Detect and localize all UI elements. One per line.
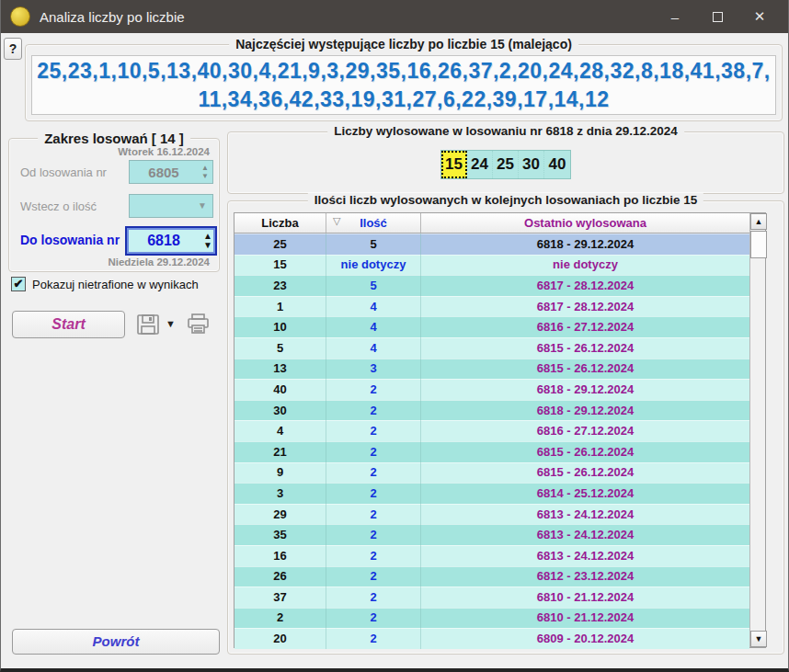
table-cell: nie dotyczy: [326, 255, 421, 276]
table-cell: 6810 - 21.12.2024: [421, 587, 749, 608]
spin-down-icon[interactable]: ▼: [203, 241, 212, 250]
table-cell: 2: [326, 504, 421, 525]
sort-filter-icon[interactable]: ▽: [333, 215, 340, 227]
table-cell: 16: [234, 545, 326, 566]
save-icon[interactable]: [137, 314, 159, 335]
table-cell: 2: [326, 462, 421, 484]
drawn-numbers-panel: Liczby wylosowane w losowaniu nr 6818 z …: [227, 131, 784, 194]
drawn-number-cell[interactable]: 24: [467, 151, 493, 178]
spin-down-icon[interactable]: ▼: [201, 172, 209, 180]
vertical-scrollbar[interactable]: ▲ ▼: [749, 213, 765, 647]
scroll-down-icon[interactable]: ▼: [750, 631, 767, 647]
help-button[interactable]: ?: [4, 38, 22, 60]
column-header-liczba[interactable]: Liczba: [234, 213, 326, 233]
app-window: Analiza liczby po liczbie – ✕ ? Najczęśc…: [0, 0, 789, 672]
column-header-ostatnio[interactable]: Ostatnio wylosowana: [421, 213, 749, 233]
table-cell: 40: [234, 379, 326, 400]
drawn-number-cell[interactable]: 25: [493, 151, 519, 178]
table-cell: 6813 - 24.12.2024: [421, 504, 749, 525]
chevron-down-icon[interactable]: ▼: [198, 200, 207, 211]
table-row[interactable]: 2556818 - 29.12.2024: [234, 233, 749, 255]
frequent-numbers-line1: 25,23,1,10,5,13,40,30,4,21,9,3,29,35,16,…: [32, 57, 775, 85]
table-cell: 6817 - 28.12.2024: [421, 296, 749, 317]
table-cell: 23: [234, 275, 326, 296]
table-row[interactable]: 3526813 - 24.12.2024: [234, 524, 749, 545]
app-logo-icon: [10, 6, 30, 27]
range-start-date: Wtorek 16.12.2024: [118, 146, 210, 157]
show-missed-checkbox[interactable]: ✔: [11, 277, 26, 291]
table-cell: 4: [234, 420, 326, 441]
to-draw-label: Do losowania nr: [20, 233, 120, 247]
scrollbar-thumb[interactable]: [750, 231, 767, 258]
from-draw-label: Od losowania nr: [20, 165, 107, 179]
table-row[interactable]: 4026818 - 29.12.2024: [234, 379, 749, 400]
table-row[interactable]: 1046816 - 27.12.2024: [234, 316, 749, 337]
table-cell: 6815 - 26.12.2024: [421, 359, 749, 380]
table-row[interactable]: 426816 - 27.12.2024: [234, 420, 749, 441]
back-count-combo[interactable]: ▼: [129, 194, 213, 218]
table-cell: 20: [234, 628, 326, 649]
table-cell: 5: [234, 337, 326, 359]
table-row[interactable]: 2356817 - 28.12.2024: [234, 275, 749, 296]
table-row[interactable]: 3026818 - 29.12.2024: [234, 400, 749, 421]
drawn-number-cell[interactable]: 15: [441, 151, 467, 178]
table-cell: 6815 - 26.12.2024: [421, 462, 749, 484]
save-options-caret-icon[interactable]: ▼: [166, 318, 176, 329]
results-table-body: 2556818 - 29.12.202415nie dotyczynie dot…: [234, 233, 749, 649]
spin-up-icon[interactable]: ▲: [201, 164, 209, 172]
frequent-numbers-box: 25,23,1,10,5,13,40,30,4,21,9,3,29,35,16,…: [31, 55, 776, 115]
maximize-button[interactable]: [696, 0, 738, 33]
table-cell: 6813 - 24.12.2024: [421, 524, 749, 545]
table-cell: 35: [234, 524, 326, 545]
table-row[interactable]: 15nie dotyczynie dotyczy: [234, 255, 749, 276]
table-cell: 6818 - 29.12.2024: [421, 233, 749, 255]
table-cell: 6818 - 29.12.2024: [421, 400, 749, 421]
table-row[interactable]: 926815 - 26.12.2024: [234, 462, 749, 484]
column-header-ilosc-label: Ilość: [360, 216, 387, 230]
to-draw-value: 6818: [127, 233, 200, 249]
drawn-number-cell[interactable]: 40: [544, 151, 570, 178]
frequent-numbers-line2: 11,34,36,42,33,19,31,27,6,22,39,17,14,12: [32, 85, 775, 114]
from-draw-spinner[interactable]: 6805 ▲ ▼: [129, 160, 213, 184]
frequent-numbers-panel: Najczęściej występujące liczby po liczbi…: [25, 44, 783, 121]
table-row[interactable]: 326814 - 25.12.2024: [234, 483, 749, 504]
table-row[interactable]: 1626813 - 24.12.2024: [234, 545, 749, 566]
start-button[interactable]: Start: [12, 311, 125, 338]
table-cell: 6816 - 27.12.2024: [421, 316, 749, 337]
table-cell: 2: [326, 441, 421, 462]
results-table-header: Liczba ▽ Ilość Ostatnio wylosowana: [234, 213, 749, 233]
table-cell: 6810 - 21.12.2024: [421, 608, 749, 629]
table-cell: 2: [326, 524, 421, 545]
table-cell: 6815 - 26.12.2024: [421, 337, 749, 359]
print-icon[interactable]: [187, 313, 210, 334]
table-row[interactable]: 146817 - 28.12.2024: [234, 296, 749, 317]
table-cell: 5: [326, 233, 421, 255]
draw-range-panel: Zakres losowań [ 14 ] Wtorek 16.12.2024 …: [8, 138, 220, 272]
drawn-numbers-strip: 1524253040: [440, 150, 571, 179]
table-row[interactable]: 2926813 - 24.12.2024: [234, 504, 749, 525]
table-cell: 1: [234, 296, 326, 317]
titlebar[interactable]: Analiza liczby po liczbie – ✕: [1, 0, 788, 33]
table-cell: 26: [234, 566, 326, 587]
table-cell: 6813 - 24.12.2024: [421, 545, 749, 566]
close-button[interactable]: ✕: [738, 0, 781, 33]
table-row[interactable]: 3726810 - 21.12.2024: [234, 587, 749, 608]
minimize-button[interactable]: –: [654, 0, 696, 33]
table-cell: 2: [326, 379, 421, 400]
table-row[interactable]: 2026809 - 20.12.2024: [234, 628, 749, 649]
table-cell: 6818 - 29.12.2024: [421, 379, 749, 400]
table-row[interactable]: 2126815 - 26.12.2024: [234, 441, 749, 462]
to-draw-spinner[interactable]: 6818 ▲ ▼: [125, 226, 217, 256]
scroll-up-icon[interactable]: ▲: [750, 213, 767, 230]
table-row[interactable]: 546815 - 26.12.2024: [234, 337, 749, 359]
back-button[interactable]: Powrót: [12, 629, 220, 655]
table-cell: 2: [326, 545, 421, 566]
window-title: Analiza liczby po liczbie: [40, 9, 185, 25]
table-row[interactable]: 226810 - 21.12.2024: [234, 608, 749, 629]
drawn-number-cell[interactable]: 30: [519, 151, 544, 178]
table-row[interactable]: 2626812 - 23.12.2024: [234, 566, 749, 587]
table-row[interactable]: 1336815 - 26.12.2024: [234, 359, 749, 380]
column-header-ilosc[interactable]: ▽ Ilość: [326, 213, 421, 233]
maximize-icon: [713, 12, 723, 22]
range-end-date: Niedziela 29.12.2024: [108, 256, 210, 268]
